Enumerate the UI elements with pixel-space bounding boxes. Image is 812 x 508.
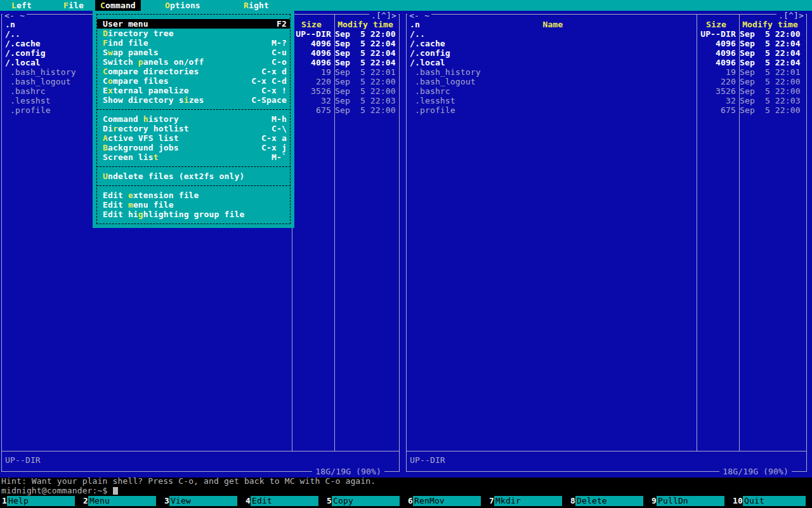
file-name: /.config (410, 48, 450, 58)
file-name: .profile (5, 105, 51, 115)
fkey-5-copy[interactable]: 5Copy (325, 496, 406, 506)
file-name: .bash_history (5, 67, 76, 77)
menu-bar: LeftFileCommandOptionsRight (0, 0, 812, 11)
hotkey-letter: O (165, 1, 170, 10)
menu-item-swap-panels[interactable]: Swap panelsC-u (97, 48, 290, 57)
column-header-size[interactable]: Size (697, 20, 736, 29)
menu-shortcut: C-x a (261, 133, 287, 143)
file-name: .bashrc (5, 86, 46, 96)
file-name: .bashrc (410, 86, 450, 96)
file-row[interactable]: /.cache4096Sep 5 22:04 (405, 39, 808, 48)
fkey-label: Help (7, 496, 75, 506)
file-size: 32 (292, 96, 331, 105)
menu-shortcut: C-x j (261, 143, 287, 152)
hotkey-letter: w (108, 48, 113, 57)
menu-item-switch-panels-on-off[interactable]: Switch panels on/offC-o (97, 57, 290, 67)
menubar-item-right[interactable]: Right (244, 0, 269, 11)
menu-item-external-panelize[interactable]: External panelizeC-x ! (97, 86, 290, 95)
file-mtime: Sep 5 22:00 (740, 77, 801, 86)
file-size: 3526 (292, 86, 331, 96)
panel-nav-buttons[interactable]: .[^]> (776, 11, 806, 20)
column-header-name[interactable]: Name (410, 20, 696, 29)
menu-shortcut: C-o (272, 57, 287, 67)
file-row[interactable]: .bash_history19Sep 5 22:01 (405, 67, 808, 77)
menu-item-undelete-files-ext2fs-only[interactable]: Undelete files (ext2fs only) (97, 171, 290, 181)
menubar-item-command[interactable]: Command (95, 0, 141, 11)
column-header-mtime[interactable]: Modify time (335, 20, 396, 29)
menu-item-edit-highlighting-group-file[interactable]: Edit highlighting group file (97, 210, 290, 219)
fkey-4-edit[interactable]: 4Edit (244, 496, 325, 506)
menubar-item-left[interactable]: Left (11, 0, 32, 11)
menu-item-command-history[interactable]: Command historyM-h (97, 114, 290, 124)
menu-item-edit-menu-file[interactable]: Edit menu file (97, 200, 290, 210)
fkey-3-view[interactable]: 3View (162, 496, 244, 506)
column-header-size[interactable]: Size (292, 20, 331, 29)
file-mtime: Sep 5 22:00 (335, 29, 396, 39)
file-mtime: Sep 5 22:01 (740, 67, 801, 77)
panel-path-label[interactable]: <- ~ (3, 11, 27, 20)
file-name: /.config (5, 48, 46, 58)
free-space-indicator: 18G/19G (90%) (719, 467, 792, 476)
file-row[interactable]: /.local4096Sep 5 22:04 (405, 58, 808, 67)
file-row[interactable]: .lesshst32Sep 5 22:03 (405, 96, 808, 105)
menu-item-compare-directories[interactable]: Compare directoriesC-x d (97, 67, 290, 76)
menu-item-directory-tree[interactable]: Directory tree (97, 29, 290, 38)
menu-item-background-jobs[interactable]: Background jobsC-x j (97, 143, 290, 152)
file-name: .lesshst (5, 96, 51, 105)
fkey-9-pulldn[interactable]: 9PullDn (650, 496, 731, 506)
fkey-8-delete[interactable]: 8Delete (568, 496, 650, 506)
menu-item-compare-files[interactable]: Compare filesC-x C-d (97, 76, 290, 86)
fkey-number: 1 (0, 496, 7, 506)
hotkey-letter: D (103, 29, 108, 38)
hotkey-letter: g (138, 210, 143, 219)
fkey-label: View (169, 496, 237, 506)
menu-item-edit-extension-file[interactable]: Edit extension file (97, 190, 290, 200)
fkey-number: 2 (81, 496, 88, 506)
file-row[interactable]: .profile675Sep 5 22:00 (405, 105, 808, 115)
hotkey-letter: B (103, 143, 108, 152)
file-mtime: Sep 5 22:00 (335, 77, 396, 86)
menu-item-screen-list[interactable]: Screen listM-` (97, 152, 290, 162)
menu-item-find-file[interactable]: Find fileM-? (97, 38, 290, 48)
fkey-number: 10 (731, 496, 743, 506)
menu-item-user-menu[interactable]: User menuF2 (97, 19, 290, 29)
file-size: 32 (697, 96, 736, 105)
menu-shortcut: M-` (272, 152, 287, 162)
hotkey-letter: F (63, 1, 69, 10)
menu-item-active-vfs-list[interactable]: Active VFS listC-x a (97, 133, 290, 143)
file-row[interactable]: /..UP--DIRSep 5 22:00 (405, 29, 808, 39)
fkey-10-quit[interactable]: 10Quit (731, 496, 812, 506)
fkey-label: RenMov (413, 496, 481, 506)
menu-item-show-directory-sizes[interactable]: Show directory sizesC-Space (97, 95, 290, 105)
menu-shortcut: C-\ (272, 124, 287, 133)
file-size: 3526 (697, 86, 736, 96)
file-row[interactable]: .bash_logout220Sep 5 22:00 (405, 77, 808, 86)
fkey-2-menu[interactable]: 2Menu (81, 496, 162, 506)
command-line[interactable]: midnight@commander:~$ (1, 486, 812, 495)
file-size: UP--DIR (697, 29, 736, 39)
menubar-item-options[interactable]: Options (165, 0, 200, 11)
function-key-bar: 1Help2Menu3View4Edit5Copy6RenMov7Mkdir8D… (0, 496, 812, 506)
column-header-mtime[interactable]: Modify time (740, 20, 801, 29)
menu-shortcut: M-? (272, 38, 287, 48)
file-size: 4096 (697, 58, 736, 67)
file-mtime: Sep 5 22:04 (740, 39, 801, 48)
file-mtime: Sep 5 22:00 (740, 29, 801, 39)
menu-item-directory-hotlist[interactable]: Directory hotlistC-\ (97, 124, 290, 133)
fkey-number: 6 (406, 496, 413, 506)
panel-path-label[interactable]: <- ~ (407, 11, 431, 20)
fkey-6-renmov[interactable]: 6RenMov (406, 496, 487, 506)
right-panel: <- ~.[^]>.nNameSizeModify time/..UP--DIR… (405, 11, 808, 478)
fkey-7-mkdir[interactable]: 7Mkdir (487, 496, 568, 506)
file-row[interactable]: /.config4096Sep 5 22:04 (405, 48, 808, 58)
shell-prompt: midnight@commander:~$ (1, 486, 108, 495)
menubar-item-file[interactable]: File (63, 0, 84, 11)
menu-shortcut: M-h (272, 114, 287, 124)
menu-shortcut: C-x C-d (251, 76, 287, 86)
fkey-label: Delete (575, 496, 643, 506)
fkey-1-help[interactable]: 1Help (0, 496, 81, 506)
file-row[interactable]: .bashrc3526Sep 5 22:00 (405, 86, 808, 96)
panel-nav-buttons[interactable]: .[^]> (369, 11, 398, 20)
hotkey-letter: U (103, 171, 108, 181)
hotkey-letter: m (128, 200, 133, 210)
